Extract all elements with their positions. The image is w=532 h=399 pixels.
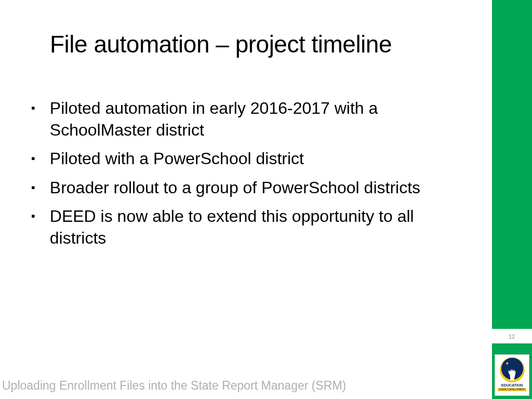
bullet-marker-icon: ▪ [31,101,35,115]
slide-title: File automation – project timeline [50,30,392,58]
bullet-list: ▪ Piloted automation in early 2016-2017 … [31,98,468,257]
bullet-text: Piloted automation in early 2016-2017 wi… [50,98,468,141]
bullet-marker-icon: ▪ [31,209,35,223]
bullet-item: ▪ Piloted with a PowerSchool district [31,148,468,170]
logo-hand-icon [507,369,517,380]
bullet-item: ▪ Broader rollout to a group of PowerSch… [31,177,468,199]
footer-text: Uploading Enrollment Files into the Stat… [2,379,346,393]
bullet-item: ▪ Piloted automation in early 2016-2017 … [31,98,468,141]
logo: EDUCATION & EARLY DEVELOPMENT [495,354,529,396]
logo-seal-icon [500,357,525,382]
bullet-text: DEED is now able to extend this opportun… [50,206,468,249]
slide: File automation – project timeline ▪ Pil… [0,0,532,399]
logo-main-text: EDUCATION [501,383,523,388]
bullet-marker-icon: ▪ [31,181,35,194]
bullet-marker-icon: ▪ [31,152,35,165]
bullet-text: Broader rollout to a group of PowerSchoo… [50,177,420,199]
bullet-text: Piloted with a PowerSchool district [50,148,304,170]
logo-sub-text: & EARLY DEVELOPMENT [498,388,526,392]
bullet-item: ▪ DEED is now able to extend this opport… [31,206,468,249]
page-number: 12 [506,334,517,340]
